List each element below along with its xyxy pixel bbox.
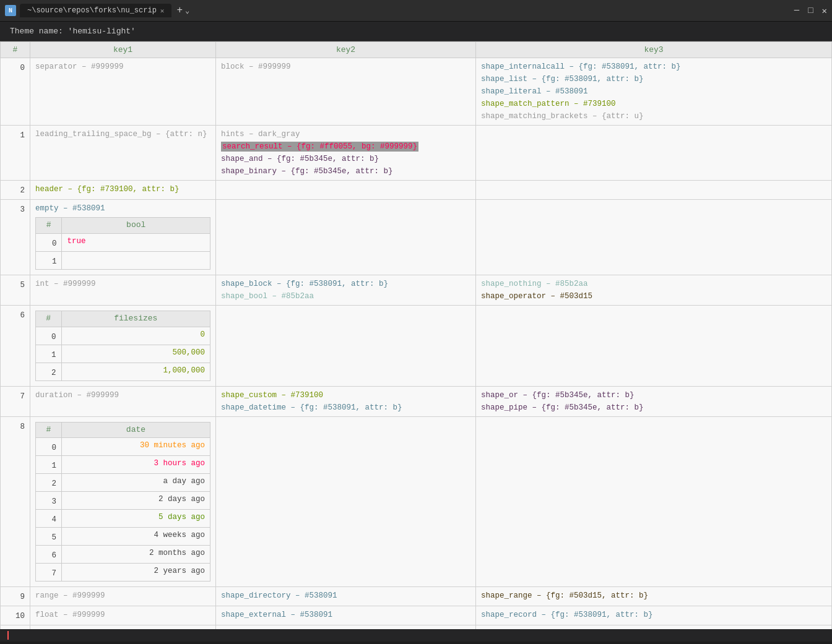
row-key2: shape_block – {fg: #538091, attr: b} sha…	[216, 275, 476, 305]
table-row: 1 leading_trailing_space_bg – {attr: n} …	[1, 126, 832, 181]
table-header-row: # key1 key2 key3	[1, 42, 832, 58]
mini-row-index: 5	[36, 528, 62, 546]
row-key2: shape_custom – #739100 shape_datetime – …	[216, 386, 476, 416]
row-index: 6	[1, 305, 30, 386]
row-index: 0	[1, 58, 30, 126]
row-key1: float – #999999	[30, 606, 216, 625]
mini-row-val: 30 minutes ago	[61, 438, 210, 456]
row-index: 5	[1, 275, 30, 305]
mini-row-val: 500,000	[61, 345, 210, 363]
row-index: 8	[1, 416, 30, 587]
close-tab-icon[interactable]: ✕	[160, 7, 165, 15]
row-key2: shape_directory – #538091	[216, 587, 476, 606]
active-tab[interactable]: ~\source\repos\forks\nu_scrip ✕	[20, 4, 171, 17]
table-row: 3 empty – #538091 # bool 0	[1, 200, 832, 275]
row-key3	[476, 305, 832, 386]
table-row: 9 range – #999999 shape_directory – #538…	[1, 587, 832, 606]
row-index: 10	[1, 606, 30, 625]
new-tab-button[interactable]: +	[176, 5, 183, 16]
mini-row-val	[62, 251, 210, 269]
mini-row-index: 6	[36, 546, 62, 564]
row-key3: shape_nothing – #85b2aa shape_operator –…	[476, 275, 832, 305]
row-key3	[476, 416, 832, 587]
mini-row-val: 4 weeks ago	[61, 528, 210, 546]
minimize-icon[interactable]: ─	[794, 6, 799, 16]
mini-col-index: #	[36, 218, 62, 234]
row-index: 3	[1, 200, 30, 275]
row-key3: shape_internalcall – {fg: #538091, attr:…	[476, 58, 832, 126]
mini-row-index: 1	[36, 251, 62, 269]
row-key1: int – #999999	[30, 275, 216, 305]
row-key3: shape_record – {fg: #538091, attr: b}	[476, 606, 832, 625]
row-key1: empty – #538091 # bool 0 true	[30, 200, 216, 275]
table-row: 8 # date 0 30 minutes ago	[1, 416, 832, 587]
main-content: # key1 key2 key3 0 separator – #999999 b…	[0, 41, 832, 629]
close-window-icon[interactable]: ✕	[822, 6, 827, 16]
row-key1: # filesizes 0 0 1 500,000	[30, 305, 216, 386]
row-key2	[216, 200, 476, 275]
mini-col-date: date	[61, 422, 210, 438]
tab-chevron-icon[interactable]: ⌄	[185, 6, 189, 15]
mini-row-index: 0	[36, 438, 62, 456]
mini-row-index: 1	[36, 456, 62, 474]
mini-row-val: 5 days ago	[61, 510, 210, 528]
row-key2	[216, 181, 476, 200]
table-row: 10 float – #999999 shape_external – #538…	[1, 606, 832, 625]
row-key3	[476, 200, 832, 275]
mini-row-val: 0	[61, 327, 210, 345]
row-index: 1	[1, 126, 30, 181]
inner-filesizes-table: # filesizes 0 0 1 500,000	[35, 311, 210, 381]
mini-row-val: 3 hours ago	[61, 456, 210, 474]
col-header-key3: key3	[476, 42, 832, 58]
row-index: 9	[1, 587, 30, 606]
row-key3	[476, 126, 832, 181]
mini-col-bool: bool	[62, 218, 210, 234]
row-key2	[216, 305, 476, 386]
row-key1: range – #999999	[30, 587, 216, 606]
row-key2: block – #999999	[216, 58, 476, 126]
table-row: 6 # filesizes 0 0	[1, 305, 832, 386]
row-index: 2	[1, 181, 30, 200]
row-key1: header – {fg: #739100, attr: b}	[30, 181, 216, 200]
mini-row-index: 1	[36, 345, 62, 363]
table-row: 0 separator – #999999 block – #999999 sh…	[1, 58, 832, 126]
mini-row-index: 2	[36, 474, 62, 492]
app-icon: N	[5, 5, 16, 16]
col-header-index: #	[1, 42, 30, 58]
cursor-line	[0, 629, 832, 642]
mini-col-index: #	[36, 422, 62, 438]
titlebar: N ~\source\repos\forks\nu_scrip ✕ + ⌄ ─ …	[0, 0, 832, 22]
table-row: 7 duration – #999999 shape_custom – #739…	[1, 386, 832, 416]
theme-label: Theme name: 'hemisu-light'	[0, 22, 832, 41]
row-key1: leading_trailing_space_bg – {attr: n}	[30, 126, 216, 181]
tab-label: ~\source\repos\forks\nu_scrip	[27, 6, 157, 15]
row-key3: shape_or – {fg: #5b345e, attr: b} shape_…	[476, 386, 832, 416]
mini-row-val: 1,000,000	[61, 363, 210, 380]
row-key2: shape_external – #538091	[216, 606, 476, 625]
row-key2: hints – dark_gray search_result – {fg: #…	[216, 126, 476, 181]
mini-row-val: 2 days ago	[61, 492, 210, 510]
theme-label-text: Theme name: 'hemisu-light'	[10, 27, 136, 36]
mini-row-index: 3	[36, 492, 62, 510]
mini-col-filesizes: filesizes	[61, 311, 210, 327]
row-key3	[476, 181, 832, 200]
row-key1: # date 0 30 minutes ago 1 3 hours	[30, 416, 216, 587]
col-header-key1: key1	[30, 42, 216, 58]
col-header-key2: key2	[216, 42, 476, 58]
cursor-blink	[7, 631, 9, 640]
mini-row-index: 0	[36, 327, 62, 345]
inner-date-table: # date 0 30 minutes ago 1 3 hours	[35, 422, 210, 582]
mini-row-val: 2 months ago	[61, 546, 210, 564]
mini-row-index: 2	[36, 363, 62, 380]
maximize-icon[interactable]: □	[808, 6, 813, 16]
row-key1: separator – #999999	[30, 58, 216, 126]
mini-row-val: true	[62, 233, 210, 251]
inner-bool-table: # bool 0 true 1	[35, 217, 210, 270]
row-key3: shape_range – {fg: #503d15, attr: b}	[476, 587, 832, 606]
mini-row-val: a day ago	[61, 474, 210, 492]
mini-row-val: 2 years ago	[61, 564, 210, 582]
row-key2	[216, 416, 476, 587]
row-index: 7	[1, 386, 30, 416]
row-key1: duration – #999999	[30, 386, 216, 416]
mini-row-index: 4	[36, 510, 62, 528]
